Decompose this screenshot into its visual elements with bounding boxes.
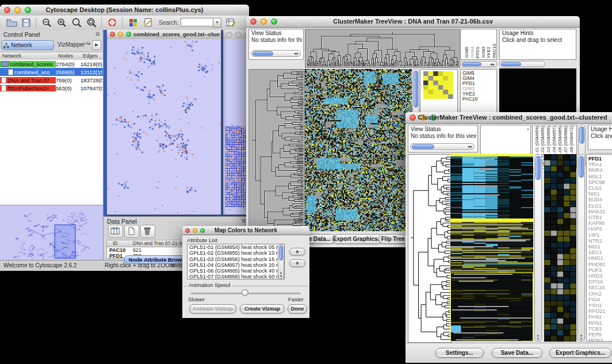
network-view-window-2[interactable] bbox=[223, 30, 249, 215]
network-view-window-1[interactable]: combined_scores_good.txt--cluste... bbox=[106, 30, 221, 215]
tv2-row-label[interactable]: MON2 bbox=[587, 338, 612, 342]
tv2-detail-heatmap-canvas[interactable] bbox=[544, 154, 576, 342]
create-vizmap-button[interactable]: Create Vizmap bbox=[240, 304, 285, 313]
tv2-row-label[interactable]: RNR4 bbox=[587, 167, 612, 173]
network-overview-canvas[interactable] bbox=[0, 205, 102, 264]
tv2-row-label[interactable]: MSI1 bbox=[587, 244, 612, 250]
tab-network[interactable]: Network bbox=[1, 40, 54, 50]
attribute-list-item[interactable]: GPL51-07 (GSM868) heat shock 60 min bbox=[188, 274, 284, 279]
zoom-selected-icon[interactable] bbox=[85, 17, 99, 29]
tv2-row-label[interactable]: BUD4 bbox=[587, 197, 612, 202]
network-table-row[interactable]: RNAPuberNov2+563(0)107847(0) bbox=[0, 84, 103, 92]
network-view-2-titlebar[interactable] bbox=[223, 30, 249, 40]
vizmap-icon[interactable] bbox=[127, 17, 140, 29]
tv2-row-label[interactable]: PHO81 bbox=[587, 262, 612, 267]
tv2-row-label[interactable]: RPO21 bbox=[587, 308, 612, 314]
move-down-button[interactable]: ∨ bbox=[289, 259, 305, 267]
search-input[interactable] bbox=[181, 18, 214, 26]
expand-arrow-icon[interactable]: ▸ bbox=[527, 127, 529, 131]
network-overview-panel[interactable] bbox=[0, 205, 103, 265]
attribute-list[interactable]: GPL51-01 (GSM854) heat shock 05 minGPL51… bbox=[187, 244, 285, 279]
network-table-row[interactable]: DNA and Tran 07769(0)183728(0) bbox=[0, 76, 103, 84]
tv2-row-label[interactable]: NTR2 bbox=[587, 238, 612, 244]
tv2-row-label[interactable]: KAP95 bbox=[587, 220, 612, 226]
tv1-column-dendrogram-canvas[interactable] bbox=[305, 29, 460, 68]
zoom-fit-icon[interactable] bbox=[70, 17, 84, 29]
attribute-editor-icon[interactable] bbox=[224, 17, 238, 29]
attribute-list-item[interactable]: GPL51-04 (GSM857) heat shock 20 min bbox=[188, 262, 284, 268]
open-file-button[interactable] bbox=[5, 17, 18, 29]
annotation-icon[interactable] bbox=[141, 17, 155, 29]
attribute-list-item[interactable]: GPL51-03 (GSM856) heat shock 15 min bbox=[188, 256, 284, 262]
tv2-row-label[interactable]: VIP1 bbox=[587, 232, 612, 238]
tab-overflow-arrow[interactable]: ▶ bbox=[92, 40, 101, 50]
network-table-row[interactable]: combined_scores2764(0)16218(0) bbox=[0, 60, 103, 68]
tv2-row-label[interactable]: RPN1 bbox=[587, 320, 612, 326]
save-data-button[interactable]: Save Data... bbox=[492, 348, 542, 358]
view-status-hscrollbar[interactable]: ◂▸ bbox=[410, 143, 475, 150]
tv2-row-label[interactable]: YSH1 bbox=[587, 302, 612, 308]
zoom-window-button[interactable] bbox=[126, 32, 131, 37]
tv1-correlation-matrix-canvas[interactable] bbox=[423, 71, 453, 99]
control-panel-float-icon[interactable]: ⧉ bbox=[96, 31, 100, 37]
tv2-row-label[interactable]: SEC24 bbox=[587, 285, 612, 290]
tv1-usage-hints-hscrollbar[interactable] bbox=[499, 61, 545, 67]
main-titlebar[interactable]: Cytoscape Desktop (Session Name: collins… bbox=[0, 5, 249, 16]
tv2-row-label[interactable]: PEP5 bbox=[587, 332, 612, 338]
tv2-row-label[interactable]: MAK31 bbox=[587, 209, 612, 214]
tv1-row-dendrogram-canvas[interactable] bbox=[248, 69, 305, 232]
move-up-button[interactable]: ∧ bbox=[289, 248, 305, 255]
dialog-titlebar[interactable]: Map Colors to Network bbox=[182, 226, 309, 235]
tv2-row-label[interactable]: GPI16 bbox=[587, 279, 612, 285]
tv1-row-label[interactable]: PAC10 bbox=[461, 97, 496, 102]
close-button[interactable] bbox=[110, 32, 115, 37]
export-graphics-button[interactable]: Export Graphics... bbox=[332, 234, 383, 244]
tv2-row-label[interactable]: PAN1 bbox=[587, 314, 612, 320]
data-panel-float-icon[interactable]: ⧉ bbox=[242, 218, 246, 224]
new-attribute-icon[interactable] bbox=[124, 225, 139, 238]
help-lifering-icon[interactable] bbox=[106, 17, 120, 29]
tv2-row-label[interactable]: GTB1 bbox=[587, 214, 612, 220]
tv2-row-label[interactable]: CPA2 bbox=[587, 291, 612, 297]
search-dropdown-icon[interactable]: ▼ bbox=[213, 18, 221, 28]
animate-vizmap-button[interactable]: Animate Vizmap bbox=[189, 304, 236, 313]
tv2-row-label[interactable]: TCB3 bbox=[587, 326, 612, 332]
animation-speed-slider-thumb[interactable] bbox=[242, 289, 248, 296]
tab-vizmapper[interactable]: VizMapper™ bbox=[58, 41, 91, 48]
tv2-row-label[interactable]: NIS1 bbox=[587, 191, 612, 197]
tv2-row-label[interactable]: ELG1 bbox=[587, 203, 612, 209]
tv2-row-label[interactable]: MSL1 bbox=[587, 174, 612, 179]
tv1-column-labels-hscrollbar[interactable]: ◂▸ bbox=[460, 61, 497, 67]
tv2-row-label[interactable]: PFD1 bbox=[587, 156, 612, 162]
tv2-row-label[interactable]: HAP3 bbox=[587, 226, 612, 232]
tv2-row-label[interactable]: YRA1 bbox=[587, 162, 612, 167]
tv1-heatmap-canvas[interactable] bbox=[305, 69, 412, 231]
minimize-button[interactable] bbox=[235, 32, 242, 38]
export-graphics-button[interactable]: Export Graphics... bbox=[549, 348, 611, 358]
tv2-row-labels-vscrollbar[interactable]: ▴▾ bbox=[577, 154, 585, 342]
network-view-1-titlebar[interactable]: combined_scores_good.txt--cluste... bbox=[107, 30, 221, 40]
tv2-row-label[interactable]: FIG4 bbox=[587, 297, 612, 302]
tv2-heatmap-vscrollbar[interactable]: ▴▾ bbox=[534, 154, 542, 342]
attribute-list-item[interactable]: GPL51-01 (GSM854) heat shock 05 min bbox=[188, 244, 284, 250]
network-canvas-2[interactable] bbox=[223, 39, 249, 214]
save-icon[interactable] bbox=[20, 17, 33, 29]
tv2-row-label[interactable]: SEC1 bbox=[587, 250, 612, 255]
close-button[interactable] bbox=[226, 32, 232, 38]
network-canvas[interactable] bbox=[107, 39, 221, 214]
attribute-list-item[interactable]: GPL51-02 (GSM855) heat shock 10 min bbox=[188, 250, 284, 256]
done-button[interactable]: Done bbox=[288, 304, 307, 313]
zoom-in-icon[interactable] bbox=[55, 17, 69, 29]
settings-button[interactable]: Settings... bbox=[435, 348, 484, 358]
minimize-button[interactable] bbox=[118, 32, 123, 37]
tv1-titlebar[interactable]: ClusterMaker TreeView : DNA and Tran 07-… bbox=[246, 16, 580, 28]
tv2-row-label[interactable]: SPC98 bbox=[587, 179, 612, 185]
attribute-list-vscrollbar[interactable]: ▴▾ bbox=[278, 244, 284, 279]
tv2-row-label[interactable]: HRD3 bbox=[587, 273, 612, 279]
tv2-row-label[interactable]: HMG1 bbox=[587, 255, 612, 261]
tv2-row-label[interactable]: PUF3 bbox=[587, 267, 612, 273]
delete-attribute-icon[interactable] bbox=[140, 225, 155, 238]
select-attributes-icon[interactable] bbox=[108, 225, 123, 238]
zoom-out-icon[interactable] bbox=[40, 17, 54, 29]
tv2-heatmap-canvas[interactable] bbox=[450, 154, 533, 342]
